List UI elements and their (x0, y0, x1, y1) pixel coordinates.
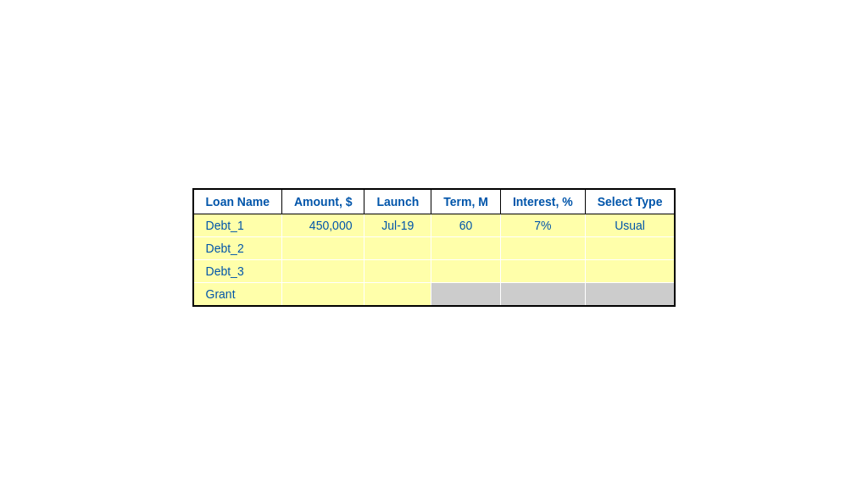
cell-interest[interactable] (500, 236, 585, 259)
table-row[interactable]: Debt_3 (193, 259, 676, 282)
cell-select_type[interactable] (585, 282, 675, 306)
debt-assumptions-table: Loan Name Amount, $ Launch Term, M Inter… (192, 188, 676, 307)
table-row[interactable]: Debt_2 (193, 236, 676, 259)
cell-launch[interactable] (364, 259, 431, 282)
cell-interest[interactable] (500, 259, 585, 282)
col-header-term: Term, M (431, 189, 501, 214)
table-header: Loan Name Amount, $ Launch Term, M Inter… (193, 189, 676, 214)
cell-loan_name[interactable]: Grant (193, 282, 282, 306)
cell-amount[interactable] (282, 236, 364, 259)
table-row[interactable]: Debt_1450,000Jul-19607%Usual (193, 214, 676, 236)
cell-term[interactable] (431, 236, 501, 259)
cell-loan_name[interactable]: Debt_1 (193, 214, 282, 236)
col-header-loan-name: Loan Name (193, 189, 282, 214)
cell-select_type[interactable] (585, 236, 675, 259)
cell-select_type[interactable]: Usual (585, 214, 675, 236)
col-header-select-type: Select Type (585, 189, 675, 214)
cell-interest[interactable] (500, 282, 585, 306)
cell-launch[interactable] (364, 236, 431, 259)
header-row: Loan Name Amount, $ Launch Term, M Inter… (193, 189, 676, 214)
cell-term[interactable] (431, 282, 501, 306)
col-header-launch: Launch (364, 189, 431, 214)
main-container: Loan Name Amount, $ Launch Term, M Inter… (192, 183, 676, 307)
cell-term[interactable]: 60 (431, 214, 501, 236)
table-row[interactable]: Grant (193, 282, 676, 306)
cell-loan_name[interactable]: Debt_2 (193, 236, 282, 259)
table-body: Debt_1450,000Jul-19607%UsualDebt_2Debt_3… (193, 214, 676, 306)
cell-amount[interactable]: 450,000 (282, 214, 364, 236)
cell-select_type[interactable] (585, 259, 675, 282)
cell-amount[interactable] (282, 282, 364, 306)
cell-loan_name[interactable]: Debt_3 (193, 259, 282, 282)
cell-term[interactable] (431, 259, 501, 282)
col-header-interest: Interest, % (500, 189, 585, 214)
cell-amount[interactable] (282, 259, 364, 282)
col-header-amount: Amount, $ (282, 189, 364, 214)
cell-launch[interactable]: Jul-19 (364, 214, 431, 236)
cell-interest[interactable]: 7% (500, 214, 585, 236)
cell-launch[interactable] (364, 282, 431, 306)
